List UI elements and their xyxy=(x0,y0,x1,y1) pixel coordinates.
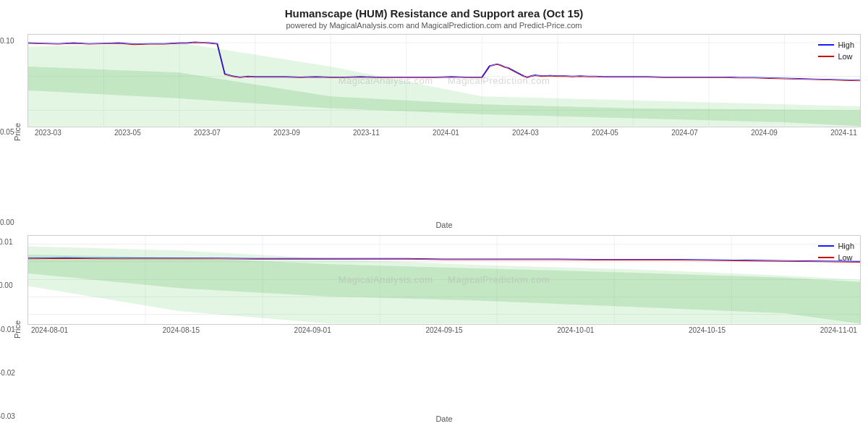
top-legend: High Low xyxy=(818,41,854,61)
bottom-chart-container: Price 0.01 0.00 -0.01 -0.02 -0.03 Magica… xyxy=(7,235,861,423)
top-legend-low-line xyxy=(818,56,834,57)
bot-x-label-5: 2024-10-15 xyxy=(689,326,726,414)
bot-ytick-4: -0.03 xyxy=(0,412,15,420)
top-x-label-5: 2024-01 xyxy=(433,129,459,221)
chart-subtitle: powered by MagicalAnalysis.com and Magic… xyxy=(286,21,582,30)
bottom-legend-high-label: High xyxy=(838,242,854,250)
bottom-legend-low: Low xyxy=(818,253,854,262)
bot-ytick-0: 0.01 xyxy=(0,238,15,246)
charts-wrapper: Price 0.10 0.05 0.00 MagicalAnalysis.com… xyxy=(7,34,861,430)
top-x-label-1: 2023-05 xyxy=(114,129,141,221)
top-x-label-0: 2023-03 xyxy=(35,129,61,221)
bottom-chart-area: MagicalAnalysis.com MagicalPrediction.co… xyxy=(27,235,861,325)
top-x-label-10: 2024-11 xyxy=(830,129,857,221)
top-x-label-3: 2023-09 xyxy=(273,129,300,221)
bottom-x-title: Date xyxy=(27,414,861,423)
bot-ytick-1: 0.00 xyxy=(0,281,15,289)
bottom-legend-high: High xyxy=(818,242,854,250)
top-legend-high: High xyxy=(818,41,854,49)
top-legend-high-line xyxy=(818,44,834,46)
top-ytick-1: 0.05 xyxy=(0,128,14,136)
bottom-chart-svg xyxy=(28,236,860,324)
bottom-legend-high-line xyxy=(818,245,834,247)
top-ytick-2: 0.00 xyxy=(0,218,14,226)
top-x-label-8: 2024-07 xyxy=(671,129,698,221)
bottom-legend-low-line xyxy=(818,257,834,258)
bot-x-label-1: 2024-08-15 xyxy=(163,326,200,414)
bot-x-label-3: 2024-09-15 xyxy=(425,326,462,414)
bottom-legend-low-label: Low xyxy=(838,253,852,262)
top-chart-area: MagicalAnalysis.com MagicalPrediction.co… xyxy=(27,34,861,127)
bot-x-label-6: 2024-11-01 xyxy=(820,326,857,414)
top-legend-high-label: High xyxy=(838,41,854,49)
top-legend-low-label: Low xyxy=(838,52,852,61)
chart-title: Humanscape (HUM) Resistance and Support … xyxy=(285,7,584,20)
top-x-label-4: 2023-11 xyxy=(353,129,380,221)
bot-x-label-0: 2024-08-01 xyxy=(31,326,68,414)
top-ytick-0: 0.10 xyxy=(0,37,14,45)
top-x-axis-labels: 2023-03 2023-05 2023-07 2023-09 2023-11 … xyxy=(27,127,861,221)
bot-x-label-4: 2024-10-01 xyxy=(557,326,594,414)
top-legend-low: Low xyxy=(818,52,854,61)
bottom-legend: High Low xyxy=(818,242,854,262)
top-x-label-6: 2024-03 xyxy=(512,129,539,221)
bottom-x-axis-labels: 2024-08-01 2024-08-15 2024-09-01 2024-09… xyxy=(27,325,861,414)
bot-x-label-2: 2024-09-01 xyxy=(294,326,331,414)
main-container: Humanscape (HUM) Resistance and Support … xyxy=(0,0,868,434)
top-x-title: Date xyxy=(27,221,861,229)
top-chart-svg xyxy=(28,35,860,127)
top-x-label-9: 2024-09 xyxy=(751,129,778,221)
top-x-label-2: 2023-07 xyxy=(194,129,221,221)
top-x-label-7: 2024-05 xyxy=(592,129,618,221)
bot-ytick-2: -0.01 xyxy=(0,326,15,333)
top-chart-container: Price 0.10 0.05 0.00 MagicalAnalysis.com… xyxy=(7,34,861,229)
bot-ytick-3: -0.02 xyxy=(0,369,15,377)
